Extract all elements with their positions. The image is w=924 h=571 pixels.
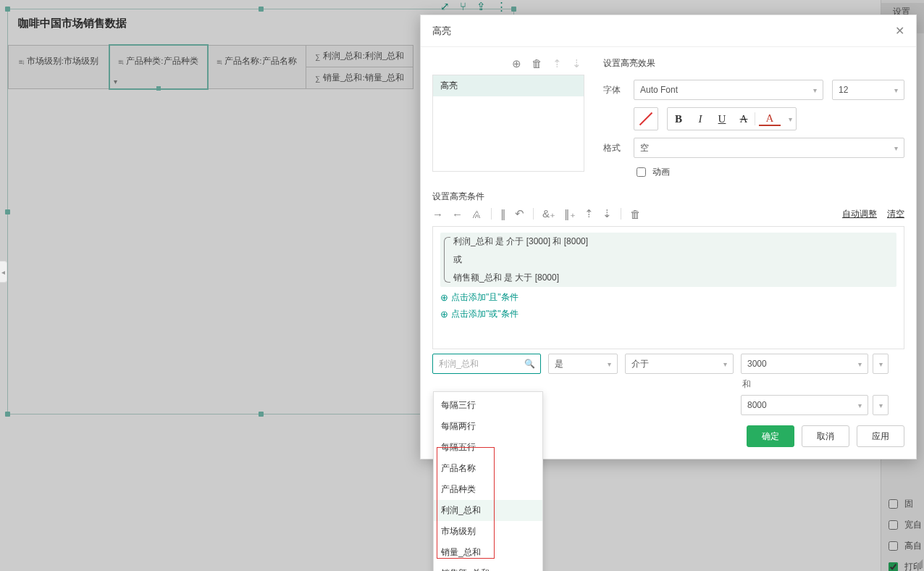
apply-button[interactable]: 应用 xyxy=(857,425,904,447)
dropdown-option[interactable]: 市场级别 xyxy=(434,521,542,542)
comparator-value: 介于 xyxy=(631,358,649,370)
format-label: 格式 xyxy=(603,142,625,154)
auto-adjust-link[interactable]: 自动调整 xyxy=(842,208,877,220)
operator-value: 是 xyxy=(555,358,563,370)
font-color-button[interactable]: A xyxy=(759,112,781,126)
merge-icon[interactable]: ⩓ xyxy=(471,208,482,220)
dialog-title: 高亮 xyxy=(432,25,451,38)
condition-section-label: 设置高亮条件 xyxy=(432,191,904,203)
condition-connector: 或 xyxy=(453,254,891,266)
value-extra-button[interactable]: ▾ xyxy=(873,354,889,374)
dropdown-option[interactable]: 每隔五行 xyxy=(434,437,542,458)
add-or-condition-link[interactable]: 点击添加"或"条件 xyxy=(440,308,896,320)
rule-item[interactable]: 高亮 xyxy=(433,75,584,96)
dropdown-option[interactable]: 每隔三行 xyxy=(434,395,542,416)
field-placeholder: 利润_总和 xyxy=(439,358,479,370)
animation-checkbox[interactable] xyxy=(637,167,646,177)
pause-icon[interactable]: ‖ xyxy=(500,207,506,220)
field-combobox[interactable]: 利润_总和 🔍 xyxy=(432,354,541,374)
field-dropdown-list: 每隔三行 每隔两行 每隔五行 产品名称 产品种类 利润_总和 市场级别 销量_总… xyxy=(433,391,543,571)
cancel-button[interactable]: 取消 xyxy=(802,425,849,447)
font-size-select[interactable]: 12▾ xyxy=(832,80,904,100)
dropdown-option[interactable]: 产品种类 xyxy=(434,479,542,500)
font-select[interactable]: Auto Font▾ xyxy=(634,80,823,100)
operator-select[interactable]: 是▾ xyxy=(548,354,618,374)
condition-box: 利润_总和 是 介于 [3000] 和 [8000] 或 销售额_总和 是 大于… xyxy=(432,226,904,349)
font-size-value: 12 xyxy=(839,85,848,95)
comparator-select[interactable]: 介于▾ xyxy=(625,354,734,374)
bold-button[interactable]: B xyxy=(668,108,689,130)
delete-rule-icon[interactable]: 🗑 xyxy=(532,57,542,70)
value-1-input[interactable]: 3000▾ xyxy=(741,354,868,374)
format-value: 空 xyxy=(640,142,649,154)
delete-icon[interactable]: 🗑 xyxy=(630,208,641,220)
font-label: 字体 xyxy=(603,84,625,96)
condition-row[interactable]: 利润_总和 是 介于 [3000] 和 [8000] xyxy=(453,236,891,248)
rules-list: 高亮 xyxy=(432,75,584,172)
dropdown-option[interactable]: 每隔两行 xyxy=(434,416,542,437)
add-and-condition-link[interactable]: 点击添加"且"条件 xyxy=(440,291,896,304)
background-color-picker[interactable] xyxy=(634,107,658,130)
dropdown-option[interactable]: 利润_总和 xyxy=(434,500,542,521)
indent-right-icon[interactable]: → xyxy=(432,208,443,220)
condition-group[interactable]: 利润_总和 是 介于 [3000] 和 [8000] 或 销售额_总和 是 大于… xyxy=(440,233,896,287)
value-2-input[interactable]: 8000▾ xyxy=(741,395,868,415)
animation-checkbox-row[interactable]: 动画 xyxy=(634,165,670,179)
strike-button[interactable]: A xyxy=(733,108,755,130)
clear-link[interactable]: 清空 xyxy=(887,208,904,220)
undo-icon[interactable]: ↶ xyxy=(515,207,524,220)
move-down-icon[interactable]: ⇣ xyxy=(572,57,581,70)
up-icon[interactable]: ⇡ xyxy=(584,207,594,220)
add-rule-icon[interactable]: ⊕ xyxy=(512,57,521,70)
format-select[interactable]: 空▾ xyxy=(634,138,904,158)
value-1: 3000 xyxy=(747,359,767,369)
move-up-icon[interactable]: ⇡ xyxy=(553,57,562,70)
add-and-icon[interactable]: &₊ xyxy=(542,207,555,220)
close-icon[interactable]: ✕ xyxy=(895,24,904,38)
indent-left-icon[interactable]: ← xyxy=(452,208,463,220)
dropdown-option[interactable]: 销量_总和 xyxy=(434,542,542,563)
ok-button[interactable]: 确定 xyxy=(747,425,794,447)
value-2: 8000 xyxy=(747,400,767,410)
and-label: 和 xyxy=(741,378,889,391)
underline-button[interactable]: U xyxy=(711,108,733,130)
dropdown-option[interactable]: 销售额_总和 xyxy=(434,563,542,571)
effect-section-label: 设置高亮效果 xyxy=(603,57,904,70)
left-collapse-handle[interactable]: ◂ xyxy=(0,261,7,283)
dropdown-option[interactable]: 产品名称 xyxy=(434,458,542,479)
text-style-toolbar: B I U A A ▾ xyxy=(667,107,797,130)
condition-row[interactable]: 销售额_总和 是 大于 [8000] xyxy=(453,272,891,284)
color-dropdown-icon[interactable]: ▾ xyxy=(784,108,796,130)
italic-button[interactable]: I xyxy=(689,108,711,130)
down-icon[interactable]: ⇣ xyxy=(602,207,612,220)
animation-label: 动画 xyxy=(652,166,670,178)
value-extra-button[interactable]: ▾ xyxy=(873,395,889,415)
add-or-icon[interactable]: ‖₊ xyxy=(564,207,576,220)
font-value: Auto Font xyxy=(640,85,678,95)
